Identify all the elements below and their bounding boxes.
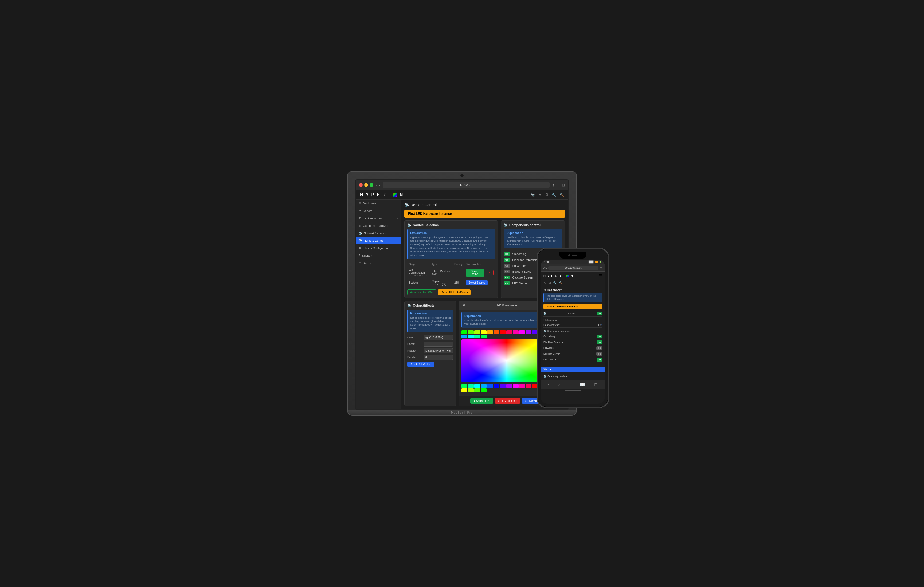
iphone-led-output-toggle[interactable]: On: [597, 358, 602, 362]
sidebar-label-network: Network Services: [364, 232, 387, 235]
led-cell: [487, 384, 493, 388]
iphone-app-header: H Y P E R I N ☰: [541, 271, 605, 280]
system-icon: ⊟: [359, 261, 361, 265]
col-type: Type: [430, 262, 453, 267]
sidebar-item-effects[interactable]: ⚙ Effects Configurator: [356, 244, 401, 252]
reset-color-btn[interactable]: Reset Color/Effect: [407, 362, 434, 367]
iphone-dashboard-icon: ⊞: [543, 288, 546, 292]
led-cell: [526, 330, 531, 334]
sidebar-item-remote-control[interactable]: 📡 Remote Control: [356, 237, 401, 244]
iphone-nav-bookmarks[interactable]: 📖: [580, 382, 585, 387]
comp-exp-title: Explanation: [507, 231, 560, 235]
wrench-icon[interactable]: 🔧: [552, 192, 556, 197]
sparkle-icon[interactable]: ✳: [538, 192, 541, 197]
led-instances-icon: ⚙: [359, 217, 361, 220]
auto-selection-btn[interactable]: Auto Selection (On): [407, 289, 436, 295]
home-bar: [565, 390, 581, 391]
clear-effects-btn[interactable]: Clear all Effects/Colors: [438, 289, 470, 295]
minimize-btn[interactable]: [364, 183, 368, 187]
iphone-address-bar[interactable]: 192.168.178.35: [548, 266, 599, 270]
forwarder-toggle[interactable]: Off: [504, 264, 510, 268]
iphone-capturing-label: Capturing Hardware: [548, 375, 569, 378]
led-output-toggle[interactable]: On: [504, 281, 510, 285]
live-video-icon: ●: [525, 400, 526, 402]
browser-actions: ↑ + ⊡: [553, 183, 565, 187]
sidebar-label-support: Support: [362, 254, 373, 257]
led-cell: [493, 384, 499, 388]
system-chevron-icon: ›: [397, 262, 398, 265]
remote-icon: 📡: [359, 239, 362, 242]
duration-input[interactable]: [424, 355, 453, 360]
tools-icon[interactable]: 🔨: [559, 192, 564, 197]
maximize-btn[interactable]: [370, 183, 373, 187]
led-cell: [481, 330, 487, 334]
show-leds-btn[interactable]: ● Show LEDs: [470, 398, 493, 404]
share-icon[interactable]: ↑: [553, 183, 554, 187]
camera-icon[interactable]: 📷: [531, 192, 535, 197]
source-active-btn[interactable]: Source active: [466, 269, 484, 277]
iphone-sub-tools[interactable]: 🔨: [559, 281, 563, 285]
sidebar-item-network-services[interactable]: 📡 Network Services: [356, 229, 401, 237]
colors-explanation: Explanation Set an effect or color. Also…: [407, 309, 453, 332]
iphone-sub-sparkle[interactable]: ✳: [543, 281, 546, 285]
macbook-camera: [460, 174, 464, 177]
boblight-toggle[interactable]: Off: [504, 270, 510, 273]
capture-screen-toggle[interactable]: On: [504, 276, 510, 280]
address-bar[interactable]: 127.0.0.1: [383, 182, 549, 188]
iphone-capturing-icon: 📡: [543, 375, 546, 378]
led-numbers-btn[interactable]: ● LED numbers: [495, 398, 520, 404]
sidebar-item-support[interactable]: ? Support: [356, 252, 401, 259]
blackbar-toggle[interactable]: On: [504, 258, 510, 262]
color-input[interactable]: [424, 335, 453, 340]
capturing-icon: ⚙: [359, 224, 361, 227]
picture-input[interactable]: [424, 348, 453, 353]
iphone-refresh-icon[interactable]: ↻: [600, 266, 602, 269]
led-cell: [481, 384, 487, 388]
iphone-comp-led-output: LED Output On: [543, 357, 602, 363]
nav-buttons: ‹ ›: [376, 183, 380, 187]
iphone-smoothing-toggle[interactable]: On: [597, 335, 602, 338]
forward-btn[interactable]: ›: [379, 183, 380, 187]
led-numbers-label: LED numbers: [501, 400, 517, 402]
sidebar-item-dashboard[interactable]: ⊞ Dashboard: [356, 200, 401, 207]
sidebar-item-led-instances[interactable]: ⚙ LED Instances ›: [356, 215, 401, 222]
back-btn[interactable]: ‹: [376, 183, 377, 187]
led-cell: [500, 384, 506, 388]
sidebar-label-effects: Effects Configurator: [363, 247, 389, 250]
iphone-components-header: 📡 Components status: [543, 329, 602, 334]
tabs-icon[interactable]: ⊡: [562, 183, 565, 187]
iphone-notch: [559, 252, 586, 258]
wifi-icon: 📶: [595, 261, 598, 263]
iphone-menu-icon[interactable]: ☰: [599, 273, 602, 278]
iphone-sub-wrench[interactable]: 🔧: [553, 281, 557, 285]
close-btn[interactable]: [359, 183, 363, 187]
iphone-nav-back[interactable]: ‹: [548, 382, 549, 387]
iphone-blackbar-toggle[interactable]: On: [597, 340, 602, 344]
iphone-sub-monitor[interactable]: 🖥: [548, 281, 551, 285]
iphone-home-indicator: [541, 389, 605, 392]
led-cell: [487, 330, 493, 334]
effect-input[interactable]: [424, 342, 453, 347]
select-source-btn[interactable]: Select Source: [466, 280, 488, 285]
iphone-nav-tabs[interactable]: ⊡: [594, 382, 598, 387]
instance-banner: First LED Hardware instance: [404, 210, 565, 218]
smoothing-toggle[interactable]: On: [504, 252, 510, 256]
picture-field-row: Picture:: [407, 348, 453, 353]
led-output-label: LED Output: [512, 282, 528, 285]
monitor-icon[interactable]: 🖥: [545, 192, 548, 197]
iphone-controller-row: Controller type: file ℹ: [543, 322, 602, 328]
effect-label: Effect:: [407, 343, 422, 345]
new-tab-icon[interactable]: +: [557, 183, 559, 187]
sidebar-item-general[interactable]: ✏ General: [356, 207, 401, 215]
iphone-forwarder-toggle[interactable]: Off: [596, 346, 602, 350]
iphone-nav-share[interactable]: ↑: [569, 382, 571, 387]
iphone-nav-forward[interactable]: ›: [558, 382, 560, 387]
iphone-status-value[interactable]: On: [597, 312, 602, 316]
macbook-label: MacBook Pro: [451, 411, 473, 414]
delete-row1-btn[interactable]: ✕: [485, 270, 493, 275]
network-icon: 📡: [359, 232, 362, 235]
macbook-bottom: MacBook Pro: [347, 410, 577, 416]
sidebar-item-capturing-hardware[interactable]: ⚙ Capturing Hardware: [356, 222, 401, 229]
iphone-boblight-toggle[interactable]: Off: [596, 352, 602, 356]
sidebar-item-system[interactable]: ⊟ System ›: [356, 259, 401, 267]
